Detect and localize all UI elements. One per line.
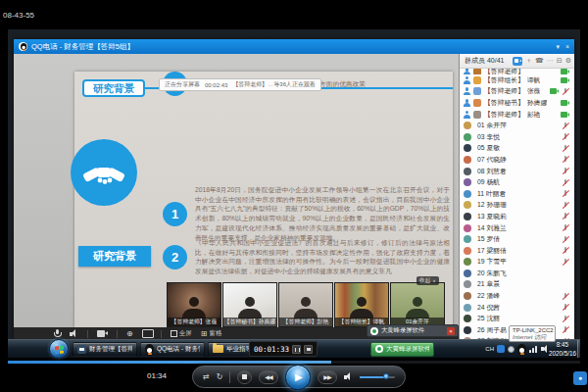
member-row[interactable]: 07 代晓静 [460, 154, 574, 166]
tray-qq-service-icon[interactable] [497, 345, 505, 353]
volume-thumb[interactable] [383, 373, 389, 379]
clock-time: 8:45 [549, 341, 576, 350]
share-viewers: 【答辩老师】…等36人正在观看 [232, 80, 316, 89]
share-screen-icon[interactable]: ⊕ [126, 330, 133, 338]
member-name: 12 孙珊珊 [477, 200, 507, 210]
screen-share-panel-icon[interactable]: ⊟ [557, 57, 563, 65]
window-titlebar[interactable]: QQ电话 - 财务管理【答辩5组】 ▾ × [14, 39, 574, 54]
avatar [464, 213, 471, 220]
show-desktop-button[interactable] [577, 340, 580, 358]
member-row[interactable]: 13 夏晓莉 [460, 211, 574, 222]
webcam-thumbnail[interactable]: 【答辩秘书】孙旖娜 [222, 282, 277, 327]
close-icon[interactable]: × [447, 327, 455, 335]
volume-slider[interactable] [360, 376, 395, 378]
avatar [464, 190, 471, 198]
member-row[interactable]: 【答辩老师】 彭艳 [460, 109, 574, 121]
avatar [473, 99, 481, 107]
recorder-app-icon [375, 345, 383, 353]
member-row[interactable]: 12 孙珊珊 [460, 200, 574, 212]
volume-icon[interactable] [541, 345, 549, 353]
grid-view-button[interactable]: ⊞ 窗格 [201, 329, 222, 338]
window-menu-icon[interactable]: ▾ [556, 43, 560, 51]
start-button[interactable] [49, 339, 69, 359]
member-name: 19 卞雪平 [477, 257, 507, 267]
shuffle-icon[interactable]: ⇄ [203, 373, 210, 381]
webcam-thumbnail[interactable]: 【答辩组长】谭帆 [334, 282, 389, 327]
member-row[interactable]: 【答辩组长】 谭帆 [460, 74, 574, 86]
member-name: 谭帆 [527, 75, 541, 85]
settings-gear-icon[interactable]: ⚙ [565, 57, 571, 65]
member-name: 24 倪茜 [477, 303, 500, 313]
avatar [473, 76, 481, 84]
language-indicator[interactable]: CH [485, 346, 494, 352]
member-row[interactable]: 25 沈丽 [460, 313, 574, 324]
fast-forward-button[interactable]: ▶▶ [318, 370, 337, 384]
monitor-icon[interactable] [142, 329, 152, 338]
member-row[interactable]: 09 杨航 [460, 176, 574, 188]
member-row[interactable]: 【答辩老师】 张薇 [460, 86, 574, 98]
play-button[interactable]: ▶ [285, 365, 311, 390]
webcam-thumbnail[interactable]: 【答辩老师】彭艳 [278, 282, 333, 327]
member-row[interactable]: 11 叶丽君 [460, 188, 574, 200]
fullscreen-icon [171, 330, 177, 337]
share-duration: 00:02:43 [205, 82, 227, 88]
member-row[interactable]: 01 余开萍 [460, 120, 574, 131]
member-tag: 【答辩老师】 [484, 110, 524, 120]
tray-qq-penguin-icon[interactable] [517, 344, 526, 354]
member-panel: 群成员 40/41 ＋ ☎ ⋯ ⊟ ⚙ [459, 54, 574, 340]
player-control-bar: ⇄ ↻ ◀◀ ▶ ▶▶ [192, 366, 406, 388]
member-row[interactable]: 08 刘慧君 [460, 166, 574, 177]
taskbar-button-recorder[interactable]: 大黄蜂录屏软件 [370, 342, 434, 357]
tooltip-ssid: TP-LINK_2CC2 [513, 327, 552, 334]
speaker-icon[interactable] [70, 329, 78, 338]
member-row[interactable]: 24 倪茜 [460, 302, 574, 314]
taskbar-clock[interactable]: 8:45 2020/5/16 [549, 341, 576, 358]
recorder-app-icon [370, 327, 378, 335]
member-row[interactable]: 21 章晨 [460, 279, 574, 291]
webcam-thumbnail[interactable]: 【答辩老师】张薇 [167, 282, 221, 327]
member-row[interactable]: 19 卞雪平 [460, 257, 574, 269]
rewind-button[interactable]: ◀◀ [259, 370, 278, 384]
avatar [464, 156, 471, 164]
system-tray: CH [485, 340, 549, 358]
presentation-app-icon [77, 345, 86, 354]
phone-icon[interactable]: ☎ [535, 57, 544, 65]
repeat-icon[interactable]: ↻ [217, 373, 223, 381]
player-seek-bar[interactable] [8, 361, 580, 364]
clock-date: 2020/5/16 [549, 350, 576, 359]
window-close-icon[interactable]: × [565, 43, 569, 51]
member-row[interactable]: 15 罗倩 [460, 233, 574, 245]
member-row[interactable]: 22 潘峰 [460, 290, 574, 302]
member-name: 22 潘峰 [477, 291, 500, 301]
point-number-badge: 1 [163, 202, 187, 226]
seek-progress [8, 361, 331, 364]
webcam-name-label: 【答辩老师】张薇 [168, 318, 220, 326]
fullscreen-button[interactable]: 全屏 [171, 329, 192, 338]
member-row[interactable]: 【答辩秘书】 孙旖娜 [460, 97, 574, 109]
network-signal-icon[interactable] [529, 345, 538, 353]
member-row[interactable]: 17 梁丽倩 [460, 245, 574, 257]
taskbar-button-qq-call[interactable]: QQ电话 - 财务管… [140, 342, 205, 357]
member-row[interactable]: 20 朱鹏飞 [460, 268, 574, 279]
tray-safety-icon[interactable] [508, 346, 514, 353]
collapse-thumbnails-button[interactable]: 收起 » [416, 276, 439, 285]
member-row[interactable]: 05 夏敏 [460, 143, 574, 155]
video-mode-icon[interactable] [513, 57, 522, 66]
slide-point: 2 《中华人民共和国中小企业促进法》的首次通过与后来修订，修订后的法律与原法相比… [163, 238, 450, 276]
invite-icon[interactable]: ＋ [525, 56, 532, 66]
microphone-icon[interactable] [53, 329, 61, 339]
member-row[interactable]: 03 李悦 [460, 131, 574, 143]
webcam-thumbnail[interactable]: 01余开萍 [390, 282, 445, 327]
recorder-stop-button[interactable] [304, 345, 313, 354]
recorder-pause-button[interactable] [292, 345, 301, 354]
person-icon [464, 87, 470, 95]
camera-icon[interactable] [97, 330, 108, 337]
mute-icon[interactable] [344, 372, 353, 381]
mic-muted-icon [562, 235, 569, 244]
taskbar-button-presentation[interactable]: 财务管理【答辩5… [73, 342, 137, 357]
more-icon[interactable]: ⋯ [547, 57, 554, 65]
member-name: 彭艳 [527, 110, 541, 120]
qq-call-window: QQ电话 - 财务管理【答辩5组】 ▾ × 研究背景 正在分享屏幕 00:02:… [14, 39, 574, 340]
stop-button[interactable] [237, 370, 252, 384]
member-row[interactable]: 14 刘雅兰 [460, 222, 574, 234]
